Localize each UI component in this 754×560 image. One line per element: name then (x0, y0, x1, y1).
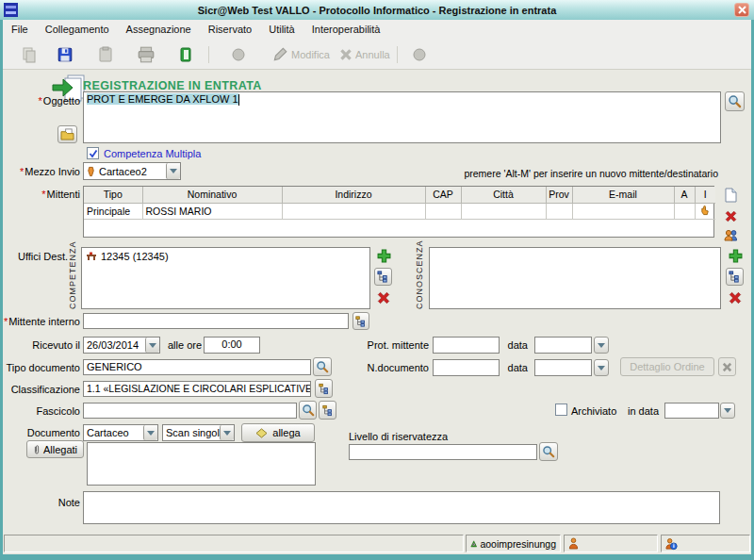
conoscenza-tree-button[interactable] (726, 268, 744, 286)
cell-email[interactable] (572, 203, 674, 219)
annulla-label: Annulla (355, 49, 390, 60)
save-icon[interactable] (54, 43, 76, 66)
oggetto-input[interactable]: PROT E EMERGE DA XFLOW 1 (83, 91, 721, 143)
fascicolo-label: Fascicolo (37, 405, 80, 417)
scan-mode-select[interactable]: Scan singola (162, 424, 235, 441)
chevron-down-icon[interactable] (166, 163, 180, 179)
protocol-icon (227, 43, 250, 66)
ricevuto-date-select[interactable]: 26/03/2014 (83, 337, 160, 354)
tipo-documento-input[interactable]: GENERICO (83, 359, 311, 375)
col-i: I (695, 187, 715, 203)
status-user-cell (564, 535, 658, 552)
cell-nominativo[interactable]: ROSSI MARIO (142, 203, 282, 219)
conoscenza-vertical-label: CONOSCENZA (415, 247, 424, 309)
fascicolo-search-button[interactable] (299, 401, 317, 420)
paste-icon (94, 43, 117, 66)
cell-indirizzo[interactable] (282, 203, 425, 219)
title-bar: Sicr@Web Test VALLO - Protocollo Informa… (0, 0, 754, 20)
n-doc-data-calendar-button[interactable] (594, 359, 609, 376)
dettaglio-clear-button[interactable] (718, 357, 736, 376)
livello-search-button[interactable] (539, 442, 558, 461)
cell-prov[interactable] (546, 203, 572, 219)
delete-sender-icon[interactable] (722, 207, 739, 224)
chevron-down-icon[interactable] (145, 338, 159, 353)
cell-i[interactable] (695, 203, 715, 219)
prot-mittente-label: Prot. mittente (368, 339, 429, 351)
menu-item-interoperabilita[interactable]: Interoperabilità (303, 20, 389, 39)
allegati-button[interactable]: Allegati (26, 440, 84, 458)
list-item[interactable]: 12345 (12345) (82, 248, 369, 265)
fascicolo-input[interactable] (83, 403, 297, 419)
toolbar-separator (208, 46, 209, 63)
alt-m-hint: premere 'Alt-M' per inserire un nuovo mi… (464, 168, 718, 179)
menu-item-riservato[interactable]: Riservato (200, 20, 260, 39)
col-citta: Città (461, 187, 546, 203)
documento-tipo-select[interactable]: Cartaceo (83, 424, 158, 441)
oggetto-search-button[interactable] (725, 91, 745, 111)
menu-item-utilita[interactable]: Utilità (260, 20, 303, 39)
tipo-documento-label: Tipo documento (7, 362, 80, 373)
table-row[interactable]: Principale ROSSI MARIO (84, 203, 715, 219)
menu-item-file[interactable]: File (3, 20, 37, 39)
archiviato-checkbox[interactable] (555, 404, 567, 416)
competenza-tree-button[interactable] (374, 268, 392, 286)
livello-riservatezza-input[interactable] (349, 444, 537, 460)
menu-item-assegnazione[interactable]: Assegnazione (118, 20, 200, 39)
tipo-documento-search-button[interactable] (313, 357, 332, 376)
n-doc-data-label: data (508, 362, 528, 373)
mittenti-label: *Mittenti (41, 189, 80, 200)
scan-mode-value: Scan singola (163, 427, 220, 438)
folder-button[interactable] (57, 125, 77, 143)
cell-citta[interactable] (461, 203, 546, 219)
chevron-down-icon[interactable] (143, 425, 157, 440)
mittenti-table[interactable]: Tipo Nominativo Indirizzo CAP Città Prov… (83, 186, 714, 238)
allegati-list[interactable] (87, 442, 316, 486)
n-documento-input[interactable] (433, 359, 500, 376)
classificazione-input[interactable]: 1.1 «LEGISLAZIONE E CIRCOLARI ESPLICATIV… (83, 381, 311, 397)
prot-data-input[interactable] (534, 337, 592, 354)
mittente-interno-label: *Mittente interno (4, 316, 80, 327)
chevron-down-icon[interactable] (220, 425, 234, 440)
dettaglio-ordine-button[interactable]: Dettaglio Ordine (620, 357, 714, 376)
fascicolo-tree-button[interactable] (319, 401, 336, 420)
n-doc-data-input[interactable] (534, 359, 592, 376)
classificazione-tree-button[interactable] (315, 379, 333, 398)
remove-competenza-icon[interactable] (375, 289, 392, 306)
menu-item-collegamento[interactable]: Collegamento (37, 20, 118, 39)
binder-icon[interactable] (174, 43, 197, 66)
hand-icon (700, 205, 711, 216)
prot-mittente-input[interactable] (433, 337, 500, 354)
col-a: A (674, 187, 695, 203)
app-window: Sicr@Web Test VALLO - Protocollo Informa… (0, 0, 754, 560)
close-button[interactable] (734, 3, 749, 17)
ricevuto-time-input[interactable]: 0:00 (204, 337, 260, 354)
scan-icon (255, 428, 268, 438)
text-caret (238, 94, 239, 106)
add-competenza-icon[interactable] (375, 247, 392, 264)
cell-cap[interactable] (425, 203, 461, 219)
mittente-interno-tree-button[interactable] (352, 312, 369, 330)
remove-conoscenza-icon[interactable] (727, 289, 744, 306)
mezzo-invio-icon (86, 166, 96, 177)
cancel-x-icon (335, 43, 357, 66)
stamp-icon (408, 43, 431, 66)
n-documento-label: N.documento (368, 362, 429, 373)
competenza-list[interactable]: 12345 (12345) (81, 247, 370, 309)
cell-tipo[interactable]: Principale (84, 203, 142, 219)
cell-a[interactable] (674, 203, 695, 219)
in-data-calendar-button[interactable] (720, 403, 735, 419)
note-input[interactable] (83, 491, 720, 524)
mezzo-invio-label: *Mezzo Invio (20, 166, 80, 177)
new-sender-icon[interactable] (722, 187, 739, 204)
add-conoscenza-icon[interactable] (727, 247, 744, 264)
allega-button[interactable]: allega (241, 423, 315, 442)
oggetto-label: *Oggetto (39, 95, 80, 107)
prot-data-calendar-button[interactable] (594, 337, 609, 354)
mittente-interno-input[interactable] (83, 313, 349, 329)
address-book-icon[interactable] (722, 227, 739, 244)
conoscenza-list[interactable] (429, 247, 721, 309)
livello-riservatezza-label: Livello di riservatezza (349, 431, 448, 442)
mezzo-invio-select[interactable]: Cartaceo2 (83, 162, 181, 180)
competenza-multipla-checkbox[interactable] (87, 147, 99, 159)
in-data-input[interactable] (664, 403, 719, 419)
